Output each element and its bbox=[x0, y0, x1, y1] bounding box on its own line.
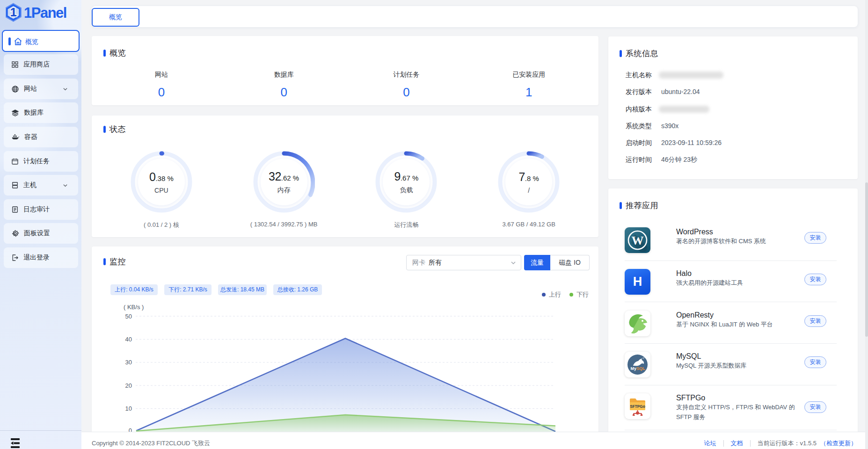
svg-text:My: My bbox=[631, 366, 637, 371]
svg-text:50: 50 bbox=[125, 313, 132, 320]
svg-text:20: 20 bbox=[125, 382, 132, 389]
svg-text:1: 1 bbox=[10, 6, 17, 19]
svg-text:30: 30 bbox=[125, 359, 132, 366]
svg-text:SFTPGo: SFTPGo bbox=[630, 405, 645, 409]
svg-text:1Panel: 1Panel bbox=[24, 5, 66, 21]
svg-text:10: 10 bbox=[125, 405, 132, 412]
svg-text:40: 40 bbox=[125, 336, 132, 343]
svg-text:SQL: SQL bbox=[636, 366, 645, 371]
svg-text:W: W bbox=[632, 234, 644, 247]
